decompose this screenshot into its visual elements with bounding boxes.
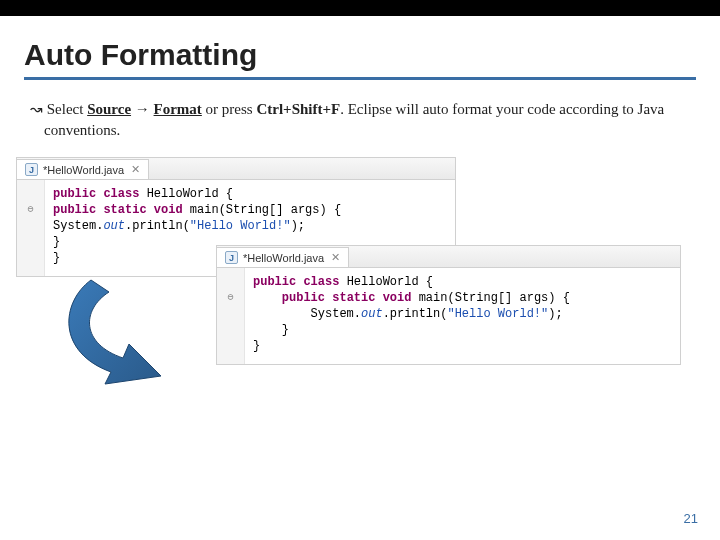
tab-bar: J *HelloWorld.java ✕ [217,246,680,268]
tok: { [219,187,233,201]
tab-bar: J *HelloWorld.java ✕ [17,158,455,180]
page-number: 21 [684,511,698,526]
cls: HelloWorld [347,275,419,289]
close-icon[interactable]: ✕ [331,251,340,264]
kw: static [332,291,375,305]
instruction-text: ↝ Select Source → Format or press Ctrl+S… [30,98,688,141]
editor-comparison: J *HelloWorld.java ✕ ⊖ public class Hell… [16,157,686,457]
kw: class [303,275,339,289]
fold-icon[interactable]: ⊖ [17,202,44,218]
tok: .println( [383,307,448,321]
static-field: out [361,307,383,321]
tok: { [419,275,433,289]
kw: void [383,291,412,305]
instr-pre: Select [47,101,87,117]
slide-title: Auto Formatting [24,38,696,80]
close-icon[interactable]: ✕ [131,163,140,176]
java-file-icon: J [25,163,38,176]
gutter: ⊖ [17,180,45,276]
static-field: out [103,219,125,233]
tok: .println( [125,219,190,233]
tok: } [282,323,289,337]
string: "Hello World!" [447,307,548,321]
tok: System. [53,219,103,233]
tok: } [53,251,60,265]
editor-after: J *HelloWorld.java ✕ ⊖ public class Hell… [216,245,681,365]
transition-arrow-icon [51,272,211,402]
java-file-icon: J [225,251,238,264]
instr-arrow: → [131,101,154,117]
kw: public [253,275,296,289]
instr-menu1: Source [87,101,131,117]
tok: System. [311,307,361,321]
instr-menu2: Format [154,101,202,117]
bullet-icon: ↝ [30,100,43,117]
tab-label: *HelloWorld.java [43,164,124,176]
instr-mid: or press [202,101,257,117]
code-area[interactable]: public class HelloWorld { public static … [245,268,680,364]
tok: } [53,235,60,249]
kw: static [103,203,146,217]
tok: main(String[] args) { [190,203,341,217]
cls: HelloWorld [147,187,219,201]
tok: ); [548,307,562,321]
editor-tab[interactable]: J *HelloWorld.java ✕ [217,247,349,267]
kw: public [282,291,325,305]
tab-label: *HelloWorld.java [243,252,324,264]
kw: public [53,203,96,217]
code-body: ⊖ public class HelloWorld { public stati… [217,268,680,364]
kw: void [154,203,183,217]
gutter: ⊖ [217,268,245,364]
fold-icon[interactable]: ⊖ [217,290,244,306]
tok: ); [291,219,305,233]
kw: class [103,187,139,201]
string: "Hello World!" [190,219,291,233]
slide: Auto Formatting ↝ Select Source → Format… [0,0,720,540]
tok: } [253,339,260,353]
tok: main(String[] args) { [419,291,570,305]
kw: public [53,187,96,201]
editor-tab[interactable]: J *HelloWorld.java ✕ [17,159,149,179]
instr-shortcut: Ctrl+Shift+F [256,101,340,117]
